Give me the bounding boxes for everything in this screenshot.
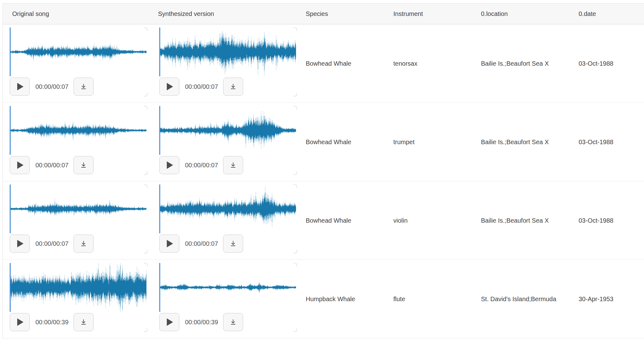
- play-button[interactable]: [159, 156, 179, 174]
- playback-cursor: [159, 185, 160, 233]
- play-icon: [167, 318, 173, 326]
- waveform[interactable]: [10, 106, 147, 155]
- download-icon: [229, 83, 237, 91]
- download-button[interactable]: [74, 313, 94, 331]
- playback-cursor: [10, 185, 11, 233]
- download-icon: [79, 240, 88, 248]
- audio-player-original: 00:00/00:07: [10, 185, 147, 253]
- download-icon: [229, 318, 237, 326]
- cell-synthesized-version: 00:00/00:39: [152, 260, 298, 338]
- time-display: 00:00/00:07: [33, 240, 70, 247]
- download-button[interactable]: [223, 78, 243, 96]
- column-header-original-song: Original song: [3, 3, 152, 24]
- play-button[interactable]: [159, 235, 179, 253]
- time-display: 00:00/00:07: [33, 83, 70, 90]
- audio-player-original: 00:00/00:39: [10, 263, 147, 332]
- playback-cursor: [159, 106, 160, 155]
- cell-synthesized-version: 00:00/00:07: [152, 181, 298, 260]
- play-button[interactable]: [159, 313, 179, 331]
- play-button[interactable]: [10, 313, 30, 331]
- playback-cursor: [10, 28, 11, 76]
- play-icon: [167, 240, 173, 247]
- cell-location: Bailie Is.;Beaufort Sea X: [473, 24, 571, 103]
- play-icon: [17, 318, 23, 326]
- table-row: 00:00/00:07: [3, 103, 644, 181]
- play-button[interactable]: [10, 78, 30, 96]
- play-button[interactable]: [159, 78, 179, 96]
- download-button[interactable]: [223, 235, 243, 253]
- waveform[interactable]: [10, 185, 147, 233]
- cell-date: 03-Oct-1988: [571, 181, 644, 260]
- column-header-instrument: Instrument: [386, 3, 473, 24]
- download-button[interactable]: [223, 313, 243, 331]
- column-header-synthesized-version: Synthesized version: [152, 3, 298, 24]
- cell-species: Bowhead Whale: [298, 181, 386, 260]
- waveform[interactable]: [10, 28, 147, 76]
- audio-player-synthesized: 00:00/00:07: [159, 28, 297, 96]
- time-display: 00:00/00:07: [183, 83, 220, 90]
- playback-cursor: [159, 28, 160, 76]
- time-display: 00:00/00:39: [33, 319, 70, 326]
- download-icon: [79, 83, 88, 91]
- time-display: 00:00/00:39: [183, 319, 220, 326]
- cell-location: Bailie Is.;Beaufort Sea X: [473, 103, 571, 181]
- column-header-date: 0.date: [571, 3, 644, 24]
- cell-location: Bailie Is.;Beaufort Sea X: [473, 181, 571, 260]
- play-icon: [17, 161, 23, 169]
- cell-instrument: violin: [386, 181, 473, 260]
- cell-original-song: 00:00/00:07: [3, 181, 152, 260]
- time-display: 00:00/00:07: [183, 162, 220, 169]
- playback-cursor: [159, 263, 160, 312]
- cell-original-song: 00:00/00:07: [3, 24, 152, 103]
- play-icon: [17, 83, 23, 90]
- download-button[interactable]: [74, 235, 94, 253]
- audio-player-original: 00:00/00:07: [10, 106, 147, 175]
- column-header-species: Species: [298, 3, 386, 24]
- waveform[interactable]: [159, 263, 297, 312]
- play-icon: [17, 240, 23, 247]
- cell-location: St. David's Island;Bermuda: [473, 260, 571, 338]
- cell-date: 30-Apr-1953: [571, 260, 644, 338]
- download-icon: [229, 161, 237, 169]
- play-icon: [167, 161, 173, 169]
- table-row: 00:00/00:07: [3, 181, 644, 260]
- cell-date: 03-Oct-1988: [571, 103, 644, 181]
- cell-synthesized-version: 00:00/00:07: [152, 103, 298, 181]
- cell-species: Bowhead Whale: [298, 24, 386, 103]
- playback-cursor: [10, 106, 11, 155]
- cell-instrument: flute: [386, 260, 473, 338]
- time-display: 00:00/00:07: [33, 162, 70, 169]
- waveform[interactable]: [10, 263, 147, 312]
- audio-player-synthesized: 00:00/00:39: [159, 263, 297, 332]
- download-button[interactable]: [223, 156, 243, 174]
- cell-original-song: 00:00/00:39: [3, 260, 152, 338]
- cell-species: Bowhead Whale: [298, 103, 386, 181]
- playback-cursor: [10, 263, 11, 312]
- table-row: 00:00/00:07: [3, 24, 644, 103]
- cell-synthesized-version: 00:00/00:07: [152, 24, 298, 103]
- cell-original-song: 00:00/00:07: [3, 103, 152, 181]
- cell-species: Humpback Whale: [298, 260, 386, 338]
- table-row: 00:00/00:39: [3, 260, 644, 338]
- download-button[interactable]: [74, 156, 94, 174]
- waveform[interactable]: [159, 28, 297, 76]
- download-button[interactable]: [74, 78, 94, 96]
- cell-instrument: tenorsax: [386, 24, 473, 103]
- audio-player-original: 00:00/00:07: [10, 28, 147, 96]
- time-display: 00:00/00:07: [183, 240, 220, 247]
- cell-date: 03-Oct-1988: [571, 24, 644, 103]
- column-header-location: 0.location: [473, 3, 571, 24]
- audio-dataframe: Original song Synthesized version Specie…: [3, 3, 644, 339]
- table-header-row: Original song Synthesized version Specie…: [3, 3, 644, 24]
- waveform[interactable]: [159, 185, 297, 233]
- cell-instrument: trumpet: [386, 103, 473, 181]
- download-icon: [79, 318, 88, 326]
- play-button[interactable]: [10, 156, 30, 174]
- play-icon: [167, 83, 173, 90]
- audio-player-synthesized: 00:00/00:07: [159, 185, 297, 253]
- download-icon: [229, 240, 237, 248]
- play-button[interactable]: [10, 235, 30, 253]
- download-icon: [79, 161, 88, 169]
- audio-player-synthesized: 00:00/00:07: [159, 106, 297, 175]
- waveform[interactable]: [159, 106, 297, 155]
